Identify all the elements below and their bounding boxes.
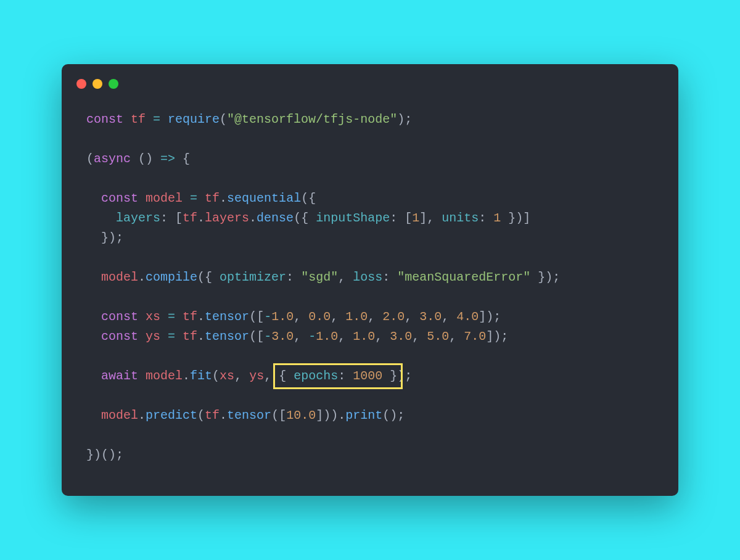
punct: ({ (197, 270, 220, 284)
punct: ( (212, 369, 220, 383)
identifier-tf: tf (131, 112, 146, 126)
fn-predict: predict (146, 408, 197, 422)
number: 2.0 (382, 310, 405, 324)
punct: (); (382, 408, 405, 422)
punct: }); (101, 231, 123, 245)
punct: : (338, 369, 353, 383)
punct: , (449, 329, 464, 344)
zoom-icon[interactable] (109, 79, 118, 89)
identifier-ys: ys (249, 369, 264, 383)
punct: : [ (390, 211, 412, 225)
number: 4.0 (456, 310, 479, 324)
punct: , (412, 329, 427, 344)
operator-neg: - (264, 310, 271, 324)
identifier-tf: tf (183, 329, 197, 344)
highlight-box: { epochs: 1000 } (273, 363, 403, 389)
punct: . (220, 191, 227, 205)
minimize-icon[interactable] (92, 79, 102, 89)
punct: ); (397, 112, 412, 126)
punct: ([ (249, 329, 264, 344)
identifier-tf: tf (183, 310, 197, 324)
punct: . (197, 211, 205, 225)
number: 1.0 (271, 310, 294, 324)
punct: , (338, 270, 353, 284)
punct: }); (530, 270, 560, 284)
fn-print: print (345, 408, 382, 422)
punct: ( (220, 112, 227, 126)
punct: ])). (316, 408, 345, 422)
number: 3.0 (390, 329, 412, 344)
punct: } (382, 369, 397, 383)
number: 1.0 (316, 329, 338, 344)
punct: , (294, 329, 308, 344)
number-epochs: 1000 (353, 369, 382, 383)
punct: , (405, 310, 419, 324)
fn-require: require (168, 112, 220, 126)
punct: , (368, 310, 382, 324)
prop-layers: layers (116, 211, 160, 225)
number: 5.0 (427, 329, 449, 344)
operator-assign: = (146, 112, 168, 126)
number: 1.0 (353, 329, 375, 344)
identifier-ys: ys (146, 329, 160, 344)
punct: . (197, 310, 205, 324)
identifier-tf: tf (205, 408, 220, 422)
fn-sequential: sequential (227, 191, 301, 205)
operator-arrow: => (153, 152, 183, 166)
prop-units: units (442, 211, 479, 225)
window-titlebar (62, 79, 678, 95)
number: 1.0 (345, 310, 368, 324)
punct: . (197, 329, 205, 344)
punct: : (286, 270, 301, 284)
operator-assign: = (160, 310, 183, 324)
punct: ({ (301, 191, 316, 205)
punct: . (138, 270, 146, 284)
identifier-model: model (146, 369, 183, 383)
operator-neg: - (264, 329, 271, 344)
fn-tensor: tensor (205, 310, 249, 324)
identifier-tf: tf (183, 211, 197, 225)
number: 3.0 (419, 310, 442, 324)
fn-tensor: tensor (205, 329, 249, 344)
prop-loss: loss (353, 270, 382, 284)
punct: ( (86, 152, 94, 166)
punct: ({ (294, 211, 316, 225)
prop-inputShape: inputShape (316, 211, 390, 225)
identifier-model: model (146, 191, 183, 205)
punct: () (138, 152, 153, 166)
string-mse: "meanSquaredError" (397, 270, 530, 284)
punct: { (183, 152, 190, 166)
code-window: const tf = require("@tensorflow/tfjs-nod… (62, 64, 678, 496)
punct: . (183, 369, 190, 383)
punct: { (279, 369, 294, 383)
punct: , (442, 310, 456, 324)
punct: })] (501, 211, 530, 225)
number: 1 (493, 211, 501, 225)
code-block: const tf = require("@tensorflow/tfjs-nod… (62, 95, 678, 465)
number: 7.0 (464, 329, 486, 344)
identifier-model: model (101, 408, 138, 422)
identifier-xs: xs (146, 310, 160, 324)
keyword-const: const (86, 112, 123, 126)
punct: ([ (271, 408, 286, 422)
punct: ]); (479, 310, 501, 324)
fn-compile: compile (146, 270, 197, 284)
operator-assign: = (183, 191, 205, 205)
identifier-tf: tf (205, 191, 220, 205)
punct: , (338, 329, 353, 344)
punct: ], (419, 211, 442, 225)
punct: . (138, 408, 146, 422)
string-sgd: "sgd" (301, 270, 338, 284)
punct: . (249, 211, 257, 225)
punct: : (382, 270, 397, 284)
punct: , (375, 329, 390, 344)
punct: })(); (86, 448, 123, 462)
number: 1 (412, 211, 419, 225)
number: 10.0 (286, 408, 316, 422)
keyword-await: await (101, 369, 138, 383)
keyword-const: const (101, 329, 138, 344)
identifier-xs: xs (220, 369, 234, 383)
punct: , (294, 310, 308, 324)
punct: . (220, 408, 227, 422)
close-icon[interactable] (76, 79, 86, 89)
